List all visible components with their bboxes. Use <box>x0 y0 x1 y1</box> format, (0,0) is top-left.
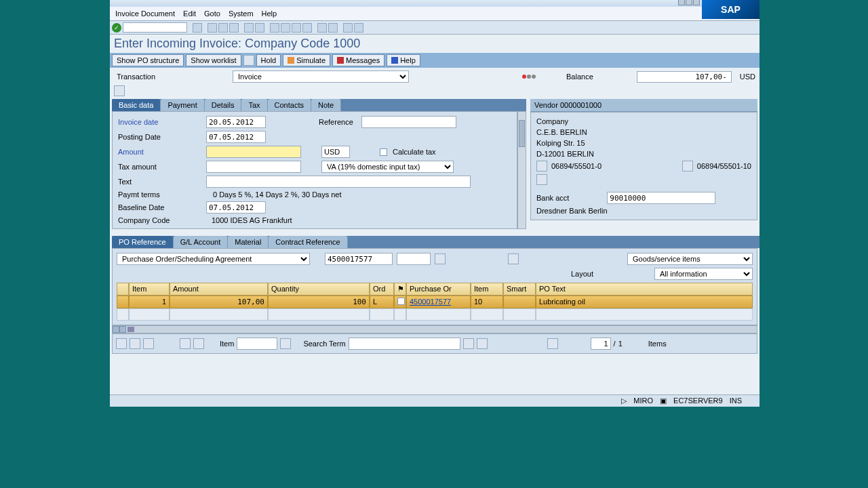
menu-system[interactable]: System <box>226 8 256 19</box>
tab-basic-data[interactable]: Basic data <box>112 99 161 111</box>
grid-empty-row[interactable] <box>117 308 129 321</box>
tab-po-reference[interactable]: PO Reference <box>112 236 174 248</box>
grid-row-selector[interactable] <box>117 296 129 308</box>
menu-invoice-document[interactable]: Invoice Document <box>113 8 178 19</box>
grid-cell-item[interactable]: 1 <box>129 296 170 308</box>
expand-icon[interactable] <box>114 85 125 96</box>
other-invoice-icon[interactable] <box>243 55 254 66</box>
show-worklist-button[interactable]: Show worklist <box>186 54 241 66</box>
footer-item-input[interactable] <box>237 338 277 350</box>
tab-material[interactable]: Material <box>228 236 269 248</box>
currency-input[interactable] <box>321 146 350 158</box>
help-button[interactable]: Help <box>387 54 420 66</box>
shortcut-icon[interactable] <box>328 23 338 33</box>
bank-acct-input[interactable] <box>607 192 715 204</box>
exit-icon[interactable] <box>218 23 228 33</box>
new-session-icon[interactable] <box>317 23 327 33</box>
vendor-display-icon[interactable] <box>536 174 547 185</box>
layout-icon[interactable] <box>354 23 363 33</box>
prev-page-icon[interactable] <box>281 23 290 33</box>
item-search-icon[interactable] <box>280 338 291 349</box>
grid-header-select <box>117 283 129 296</box>
transaction-label: Transaction <box>114 73 155 81</box>
tax-code-select[interactable]: VA (19% domestic input tax) <box>321 161 454 173</box>
tab-payment[interactable]: Payment <box>161 99 204 111</box>
help-icon[interactable] <box>343 23 353 33</box>
grid-cell-quantity[interactable]: 100 <box>268 296 370 308</box>
cancel-icon[interactable] <box>229 23 239 33</box>
menu-help[interactable]: Help <box>259 8 280 19</box>
grid-hscrollbar[interactable] <box>112 325 757 333</box>
statusbar: ▷ MIRO ▣ EC7SERVER9 INS <box>110 394 760 407</box>
tab-details[interactable]: Details <box>205 99 242 111</box>
po-number-input[interactable] <box>325 253 393 265</box>
save-icon[interactable] <box>193 23 202 33</box>
po-list-icon[interactable] <box>508 253 519 264</box>
tab-tax[interactable]: Tax <box>241 99 267 111</box>
sap-logo: SAP <box>702 0 760 19</box>
invoice-date-input[interactable] <box>206 116 266 128</box>
amount-label: Amount <box>115 148 203 156</box>
amount-input[interactable] <box>206 146 301 158</box>
grid-header-ord: Ord <box>370 283 394 296</box>
header-tabs: Basic data Payment Details Tax Contacts … <box>112 99 526 111</box>
search-term-input[interactable] <box>349 338 460 350</box>
grid-cell-po[interactable]: 4500017577 <box>406 296 471 308</box>
reference-type-select[interactable]: Purchase Order/Scheduling Agreement <box>117 253 310 265</box>
grid-header-item2: Item <box>471 283 503 296</box>
reference-input[interactable] <box>361 116 456 128</box>
first-page-icon[interactable] <box>270 23 279 33</box>
last-page-icon[interactable] <box>302 23 312 33</box>
grid-cell-check[interactable] <box>394 296 406 308</box>
grid-cell-amount[interactable]: 107,00 <box>170 296 268 308</box>
grid-cell-unit[interactable]: L <box>370 296 394 308</box>
simulate-button[interactable]: Simulate <box>283 54 330 66</box>
grid-cell-potext[interactable]: Lubricating oil <box>536 296 753 308</box>
find-icon[interactable] <box>255 23 264 33</box>
tax-amount-input[interactable] <box>206 161 301 173</box>
po-item-input[interactable] <box>397 253 431 265</box>
fax-icon[interactable] <box>682 161 693 171</box>
calculate-tax-checkbox[interactable] <box>380 148 387 156</box>
command-field[interactable] <box>123 22 187 33</box>
next-page-icon[interactable] <box>292 23 301 33</box>
hold-button[interactable]: Hold <box>256 54 281 66</box>
find-next-icon[interactable] <box>477 338 488 349</box>
layout-select[interactable]: All information <box>654 268 753 280</box>
tab-contract-reference[interactable]: Contract Reference <box>269 236 347 248</box>
grid-cell-smart[interactable] <box>503 296 536 308</box>
sort-desc-icon[interactable] <box>193 338 204 349</box>
menu-edit[interactable]: Edit <box>180 8 199 19</box>
posting-date-input[interactable] <box>206 131 266 143</box>
enter-icon[interactable]: ✓ <box>112 23 121 33</box>
payment-terms-value: 0 Days 5 %, 14 Days 2 %, 30 Days net <box>206 190 342 199</box>
close-icon[interactable] <box>693 0 700 5</box>
grid-header-item: Item <box>129 283 170 296</box>
tab-contacts[interactable]: Contacts <box>268 99 311 111</box>
basic-scrollbar[interactable] <box>517 111 526 229</box>
delete-row-icon[interactable] <box>143 338 154 349</box>
min-icon[interactable] <box>678 0 685 5</box>
page-up-icon[interactable] <box>547 338 558 349</box>
select-all-icon[interactable] <box>116 338 127 349</box>
messages-button[interactable]: Messages <box>332 54 384 66</box>
goods-service-select[interactable]: Goods/service items <box>627 253 753 265</box>
menu-goto[interactable]: Goto <box>201 8 223 19</box>
transaction-select[interactable]: Invoice <box>233 70 409 83</box>
sort-asc-icon[interactable] <box>180 338 191 349</box>
max-icon[interactable] <box>686 0 692 5</box>
print-icon[interactable] <box>244 23 254 33</box>
text-input[interactable] <box>206 176 471 188</box>
grid-cell-item2[interactable]: 10 <box>471 296 503 308</box>
deselect-all-icon[interactable] <box>130 338 140 349</box>
balance-currency: USD <box>740 73 755 81</box>
tab-note[interactable]: Note <box>311 99 341 111</box>
show-po-structure-button[interactable]: Show PO structure <box>112 54 184 66</box>
page-current-input[interactable] <box>591 338 611 350</box>
phone-icon[interactable] <box>536 161 547 171</box>
back-icon[interactable] <box>208 23 217 33</box>
baseline-date-input[interactable] <box>206 201 266 214</box>
tab-gl-account[interactable]: G/L Account <box>174 236 229 248</box>
find-icon[interactable] <box>463 338 474 349</box>
po-search-icon[interactable] <box>435 253 446 264</box>
